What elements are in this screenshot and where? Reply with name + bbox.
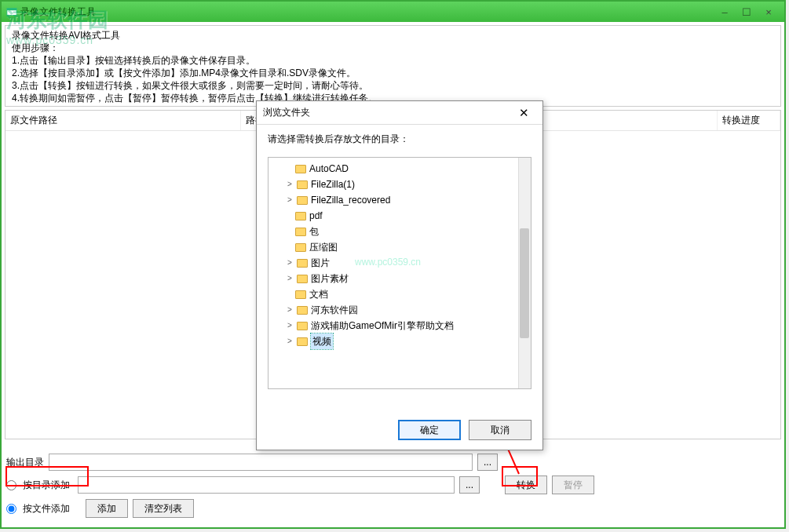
browse-folder-dialog: 浏览文件夹 ✕ 请选择需转换后存放文件的目录： AutoCAD>FileZill…	[256, 100, 543, 450]
expand-icon[interactable]: >	[286, 192, 294, 208]
expand-icon[interactable]: >	[286, 302, 294, 318]
expand-icon[interactable]: >	[286, 318, 294, 333]
tree-item-label: 压缩图	[309, 239, 338, 255]
clear-list-button[interactable]: 清空列表	[133, 499, 194, 518]
instruction-step: 3.点击【转换】按钮进行转换，如果文件很大或很多，则需要一定时间，请耐心等待。	[12, 79, 774, 92]
svg-rect-1	[7, 9, 16, 11]
folder-icon	[297, 259, 308, 268]
folder-icon	[295, 165, 306, 173]
folder-icon	[297, 180, 308, 189]
titlebar[interactable]: 录像文件转换工具 – ☐ ×	[2, 2, 784, 22]
folder-icon	[295, 228, 306, 236]
expand-icon[interactable]: >	[286, 177, 294, 192]
folder-icon	[297, 275, 308, 283]
close-button[interactable]: ×	[758, 5, 780, 19]
col-progress[interactable]: 转换进度	[718, 111, 780, 130]
expand-icon[interactable]: >	[286, 255, 294, 271]
expand-icon[interactable]: >	[286, 333, 294, 349]
tree-item-label: 游戏辅助GameOfMir引擎帮助文档	[311, 318, 454, 333]
folder-icon	[295, 243, 306, 252]
instruction-step: 2.选择【按目录添加】或【按文件添加】添加.MP4录像文件目录和.SDV录像文件…	[12, 67, 774, 79]
dialog-title: 浏览文件夹	[263, 106, 310, 119]
tree-scrollbar[interactable]	[518, 158, 531, 388]
folder-icon	[295, 212, 306, 220]
tree-item-label: FileZilla_recovered	[311, 192, 390, 208]
folder-icon	[297, 196, 308, 205]
output-dir-label: 输出目录	[6, 456, 44, 469]
folder-icon	[297, 306, 308, 315]
by-file-radio[interactable]	[6, 504, 16, 514]
tree-item[interactable]: 文档	[295, 286, 531, 302]
tree-item-label: FileZilla(1)	[311, 177, 355, 192]
folder-icon	[295, 290, 306, 299]
tree-item-label: 图片素材	[311, 271, 349, 286]
tree-item[interactable]: 压缩图	[295, 239, 531, 255]
instruction-step: 1.点击【输出目录】按钮选择转换后的录像文件保存目录。	[12, 54, 774, 67]
tree-item-label: 视频	[311, 333, 333, 349]
tree-item[interactable]: >游戏辅助GameOfMir引擎帮助文档	[286, 318, 531, 333]
col-source-path[interactable]: 原文件路径	[5, 111, 241, 130]
tree-item[interactable]: >图片素材	[286, 271, 531, 286]
by-folder-label: 按目录添加	[23, 479, 70, 492]
tree-item[interactable]: >FileZilla(1)	[286, 177, 531, 192]
ok-button[interactable]: 确定	[398, 420, 461, 440]
window-title: 录像文件转换工具	[20, 5, 96, 19]
tree-item[interactable]: 包	[295, 224, 531, 239]
output-dir-input[interactable]	[49, 454, 473, 471]
app-icon	[6, 6, 17, 17]
tree-item[interactable]: >图片	[286, 255, 531, 271]
instructions-steps-label: 使用步骤：	[12, 42, 774, 54]
add-button[interactable]: 添加	[86, 499, 128, 518]
tree-item[interactable]: >FileZilla_recovered	[286, 192, 531, 208]
by-file-label: 按文件添加	[23, 502, 70, 516]
folder-icon	[297, 337, 308, 346]
browse-folder-button[interactable]: ...	[459, 476, 480, 494]
dialog-close-button[interactable]: ✕	[511, 104, 536, 122]
pause-button[interactable]: 暂停	[552, 476, 594, 494]
tree-item-label: 河东软件园	[311, 302, 358, 318]
scrollbar-thumb[interactable]	[520, 228, 529, 338]
by-folder-radio[interactable]	[6, 480, 16, 490]
tree-item[interactable]: >河东软件园	[286, 302, 531, 318]
instructions-title: 录像文件转换AVI格式工具	[12, 29, 774, 42]
minimize-button[interactable]: –	[714, 5, 736, 19]
dialog-message: 请选择需转换后存放文件的目录：	[268, 133, 531, 146]
folder-path-input[interactable]	[78, 476, 455, 494]
dialog-titlebar[interactable]: 浏览文件夹 ✕	[257, 101, 542, 125]
cancel-button[interactable]: 取消	[469, 420, 531, 440]
tree-item-label: 图片	[311, 255, 330, 271]
tree-item-label: 文档	[309, 286, 328, 302]
expand-icon[interactable]: >	[286, 271, 294, 286]
folder-tree[interactable]: AutoCAD>FileZilla(1)>FileZilla_recovered…	[268, 157, 531, 389]
tree-item-label: pdf	[309, 208, 323, 224]
tree-item[interactable]: AutoCAD	[295, 161, 531, 177]
browse-output-button[interactable]: ...	[477, 454, 498, 471]
instructions-panel: 录像文件转换AVI格式工具 使用步骤： 1.点击【输出目录】按钮选择转换后的录像…	[5, 25, 781, 107]
folder-icon	[297, 322, 308, 330]
convert-button[interactable]: 转换	[505, 476, 547, 494]
tree-item[interactable]: >视频	[286, 333, 531, 349]
tree-item-label: 包	[309, 224, 319, 239]
tree-item[interactable]: pdf	[295, 208, 531, 224]
bottom-controls: 输出目录 ... 按目录添加 ... 转换 暂停 按文件添加 添加 清空列表	[6, 454, 780, 523]
maximize-button[interactable]: ☐	[736, 5, 758, 19]
tree-item-label: AutoCAD	[309, 161, 349, 177]
